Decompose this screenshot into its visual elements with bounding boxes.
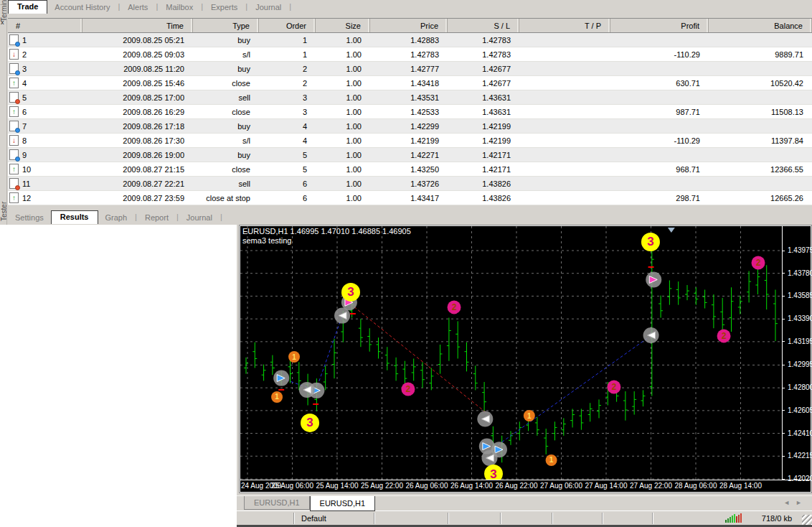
terminal-tab-journal[interactable]: Journal (248, 1, 288, 14)
resize-grip-icon[interactable] (802, 515, 812, 525)
row-number: 9 (22, 151, 27, 159)
column-header-s-l[interactable]: S / L (448, 19, 519, 32)
price-axis-label: 1.43975 (788, 246, 812, 254)
terminal-tab-mailbox[interactable]: Mailbox (159, 1, 200, 14)
table-row[interactable]: 72009.08.26 17:18buy41.001.422991.42199 (8, 119, 812, 134)
table-row[interactable]: ↑102009.08.27 21:15close51.001.432501.42… (8, 162, 812, 177)
cell-tp (519, 119, 610, 133)
cell-price: 1.43417 (370, 191, 448, 205)
table-row[interactable]: 112009.08.27 22:21sell61.001.437261.4382… (8, 177, 812, 191)
row-number: 6 (22, 108, 27, 116)
cell-tp (519, 162, 610, 176)
table-row[interactable]: 92009.08.26 19:00buy51.001.422711.42171 (8, 148, 812, 162)
table-row[interactable]: 32009.08.25 11:20buy21.001.427771.42677 (8, 62, 812, 76)
cell-balance (709, 90, 812, 104)
cell-order: 5 (259, 162, 316, 176)
wave3-label: 3 (490, 467, 496, 480)
table-row[interactable]: 12009.08.25 05:21buy11.001.428831.42783 (8, 33, 812, 47)
status-section-empty (552, 513, 603, 524)
cell-order: 4 (259, 119, 316, 133)
cell-type: s/l (193, 134, 259, 147)
signal-bar (727, 518, 729, 523)
chart-canvas[interactable]: 1111222223333 (240, 226, 782, 480)
cell-type: close at stop (193, 191, 259, 205)
terminal-tab-experts[interactable]: Experts (204, 1, 245, 14)
column-header-time[interactable]: Time (82, 19, 193, 32)
chart-tab-eurusd-h1-1[interactable]: EURUSD,H1 (310, 496, 376, 511)
cell-time: 2009.08.27 23:59 (82, 191, 193, 205)
signal-bar (725, 520, 727, 523)
trend-line-blue (316, 316, 342, 391)
panel-close-icon[interactable]: x (1, 19, 7, 27)
buy-order-icon (9, 34, 19, 45)
cell-order: 5 (259, 148, 316, 162)
time-axis-label: 28 Aug 14:00 (719, 482, 762, 490)
cell-profit (610, 148, 709, 162)
terminal-tab-alerts[interactable]: Alerts (121, 1, 155, 14)
table-row[interactable]: ↓22009.08.25 09:03s/l11.001.427831.42783… (8, 47, 812, 62)
cell-time: 2009.08.25 11:20 (82, 62, 193, 75)
terminal-tab-account-history[interactable]: Account History (47, 1, 117, 14)
time-axis[interactable]: 24 Aug 200925 Aug 06:0025 Aug 14:0025 Au… (240, 480, 811, 492)
cell-time: 2009.08.27 22:21 (82, 177, 193, 190)
chart-window[interactable]: EURUSD,H1 1.46995 1.47010 1.46885 1.4690… (240, 225, 811, 493)
cell-profit: -110.29 (610, 134, 709, 147)
trade-table: #TimeTypeOrderSizePriceS / LT / PProfitB… (8, 18, 812, 205)
column-header-price[interactable]: Price (370, 19, 448, 32)
table-row[interactable]: ↑42009.08.25 15:46close21.001.434181.426… (8, 76, 812, 90)
price-axis-label: 1.42800 (788, 383, 812, 391)
column-header-order[interactable]: Order (259, 19, 316, 32)
status-section-default: Default (294, 513, 374, 524)
cell-time: 2009.08.25 09:03 (82, 47, 193, 61)
status-section-empty (237, 513, 294, 524)
wave1-label: 1 (527, 412, 532, 420)
mt4-strategy-tester-window: Terminal x Tester TradeAccount History|A… (0, 0, 812, 527)
tester-tab-results[interactable]: Results (51, 210, 98, 224)
terminal-tab-trade[interactable]: Trade (8, 0, 47, 14)
column-header-size[interactable]: Size (316, 19, 370, 32)
table-row[interactable]: ↓82009.08.26 17:30s/l41.001.421991.42199… (8, 134, 812, 148)
table-row[interactable]: 52009.08.25 17:00sell31.001.435311.43631 (8, 90, 812, 105)
cell-sl: 1.43826 (448, 191, 519, 205)
cell-size: 1.00 (316, 62, 370, 75)
table-row[interactable]: ↑122009.08.27 23:59close at stop61.001.4… (8, 191, 812, 205)
order-dot-icon (15, 128, 20, 133)
chart-pane: EURUSD,H1 1.46995 1.47010 1.46885 1.4690… (237, 223, 812, 527)
column-header-type[interactable]: Type (193, 19, 259, 32)
order-dot-icon (15, 42, 20, 47)
chart-tab-scroll-arrows-icon[interactable]: ◄► (783, 496, 812, 506)
chart-tab-bar: EURUSD,H1EURUSD,H1◄► (237, 495, 812, 510)
cell-order: 6 (259, 191, 316, 205)
column-header-[interactable]: # (8, 19, 82, 32)
cell-type: s/l (193, 47, 259, 61)
cell-balance (709, 119, 812, 133)
chart-tab-eurusd-h1-0[interactable]: EURUSD,H1 (244, 496, 310, 510)
cell-time: 2009.08.25 17:00 (82, 90, 193, 104)
price-axis[interactable]: 1.439751.437801.435851.433901.431951.429… (782, 226, 811, 480)
cell-size: 1.00 (316, 162, 370, 176)
column-header-t-p[interactable]: T / P (519, 19, 610, 32)
cell-order: 1 (259, 47, 316, 61)
cell-profit (610, 90, 709, 104)
table-row[interactable]: ↑62009.08.26 16:29close31.001.425331.436… (8, 105, 812, 119)
cell-order: 2 (259, 62, 316, 75)
cell-order: 2 (259, 76, 316, 90)
traffic-counter: 718/0 kb (762, 514, 792, 523)
status-section-empty (501, 513, 552, 524)
cell-type: close (193, 76, 259, 90)
tester-tab-journal[interactable]: Journal (179, 211, 219, 224)
wave2-label: 2 (612, 382, 617, 392)
tester-tab-report[interactable]: Report (138, 211, 176, 224)
cell-balance: 12665.26 (709, 191, 812, 205)
column-header-profit[interactable]: Profit (610, 19, 709, 32)
column-header-balance[interactable]: Balance (709, 19, 812, 32)
row-number: 5 (22, 93, 27, 102)
time-axis-label: 27 Aug 06:00 (540, 482, 582, 490)
tester-tab-settings[interactable]: Settings (8, 211, 51, 224)
row-number: 3 (22, 65, 27, 73)
wave1-label: 1 (292, 353, 296, 361)
tester-tab-graph[interactable]: Graph (98, 211, 135, 224)
chart-plot[interactable]: 1111222223333 (240, 226, 782, 480)
cell-tp (519, 134, 610, 147)
cell-number: 3 (8, 62, 82, 75)
